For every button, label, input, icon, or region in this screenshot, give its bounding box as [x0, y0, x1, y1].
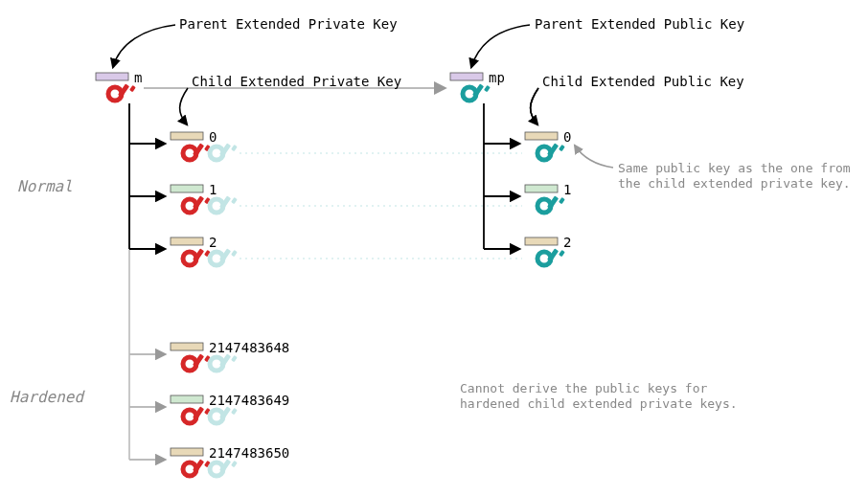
- master-xpub-label: mp: [489, 70, 505, 85]
- section-hardened-label: Hardened: [10, 388, 85, 406]
- child-xprv-h2-faded-pub-icon: [210, 459, 238, 476]
- child-xprv-1-faded-pub-icon: [210, 195, 238, 213]
- child-xprv-0-idx: 0: [209, 129, 217, 145]
- child-xprv-0-faded-pub-icon: [210, 143, 238, 160]
- parent-pub-label: Parent Extended Public Key: [535, 16, 744, 32]
- note-hardened-l1: Cannot derive the public keys for: [460, 381, 707, 395]
- child-xprv-h1: [171, 395, 211, 423]
- child-xprv-1-idx: 1: [209, 182, 217, 197]
- arrow-parent-priv: [113, 25, 175, 67]
- child-xprv-0: [171, 132, 211, 160]
- child-xprv-h2: [171, 448, 211, 476]
- child-priv-label: Child Extended Private Key: [192, 74, 401, 89]
- child-xpub-0: [525, 132, 565, 160]
- child-xprv-h1-faded-pub-icon: [210, 406, 238, 423]
- parent-priv-label: Parent Extended Private Key: [179, 16, 398, 32]
- child-xprv-h0-idx: 2147483648: [209, 340, 289, 355]
- note-hardened-l2: hardened child extended private keys.: [460, 396, 738, 411]
- arrow-child-priv: [180, 88, 188, 124]
- child-xpub-1-idx: 1: [563, 182, 571, 197]
- note-same-pub-l1: Same public key as the one from: [618, 161, 851, 175]
- child-xpub-1: [525, 185, 565, 213]
- section-normal-label: Normal: [17, 177, 73, 195]
- master-xprv-icon: [96, 73, 136, 101]
- child-xprv-h0: [171, 343, 211, 371]
- child-xpub-0-idx: 0: [563, 129, 571, 145]
- note-arrow-same-pub: [575, 146, 613, 168]
- note-same-pub-l2: the child extended private key.: [618, 176, 851, 191]
- hd-key-derivation-diagram: Parent Extended Private Key Parent Exten…: [0, 0, 868, 496]
- child-xprv-1: [171, 185, 211, 213]
- child-pub-label: Child Extended Public Key: [542, 74, 744, 89]
- arrow-child-pub: [531, 88, 538, 124]
- master-xprv-label: m: [134, 70, 142, 85]
- child-xprv-h1-idx: 2147483649: [209, 393, 289, 408]
- child-xpub-2: [525, 237, 565, 265]
- child-xprv-2-faded-pub-icon: [210, 248, 238, 265]
- child-xprv-2-idx: 2: [209, 235, 217, 250]
- child-xprv-h0-faded-pub-icon: [210, 353, 238, 371]
- child-xprv-h2-idx: 2147483650: [209, 445, 289, 461]
- arrow-parent-pub: [471, 25, 530, 67]
- child-xprv-2: [171, 237, 211, 265]
- child-xpub-2-idx: 2: [563, 235, 571, 250]
- master-xpub-icon: [450, 73, 491, 101]
